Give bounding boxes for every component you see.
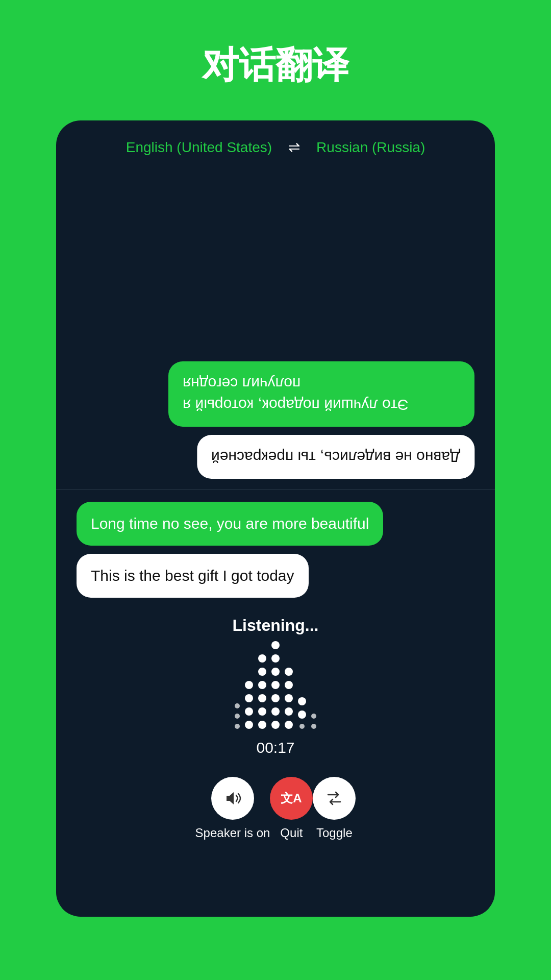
wave-dot [285,681,293,689]
quit-control: 文A Quit [270,777,313,840]
wave-dot [235,703,240,708]
waveform [235,647,316,729]
target-language[interactable]: Russian (Russia) [316,139,425,156]
wave-dot [245,694,253,702]
bottom-controls: Speaker is on 文A Quit [165,769,387,859]
timer: 00:17 [256,739,294,756]
message-russian-1: Это лучший подарок, который я получил се… [168,361,474,427]
wave-dot [235,714,240,719]
wave-dot [258,694,266,702]
wave-dot [298,697,306,705]
wave-dot [285,668,293,676]
quit-button[interactable]: 文A [270,777,313,820]
wave-dot [271,694,280,702]
wave-dot [271,707,280,716]
wave-col-5 [285,668,293,729]
wave-dot [271,654,280,663]
speaker-label: Speaker is on [195,826,270,840]
speaker-icon [222,788,243,808]
chat-upper: Это лучший подарок, который я получил се… [56,168,495,489]
wave-dot [245,707,253,716]
wave-dot [245,681,253,689]
quit-label: Quit [280,826,303,840]
wave-dot [311,714,316,719]
wave-dot [258,681,266,689]
wave-dot [258,707,266,716]
wave-dot [271,668,280,676]
speaker-control: Speaker is on [195,777,270,840]
wave-col-4 [271,641,280,729]
source-language[interactable]: English (United States) [126,139,272,156]
message-english-1: Long time no see, you are more beautiful [77,502,383,546]
wave-dot [299,724,305,729]
wave-dot [271,641,280,649]
wave-dot [298,710,306,719]
wave-dot [258,668,266,676]
wave-dot [285,694,293,702]
message-english-2: This is the best gift I got today [77,554,309,598]
wave-dot [285,721,293,729]
wave-dot [235,724,240,729]
chat-lower: Long time no see, you are more beautiful… [56,489,495,606]
wave-col-1 [235,703,240,729]
listening-label: Listening... [233,616,319,635]
swap-icon[interactable]: ⇌ [288,139,300,156]
wave-col-7 [311,714,316,729]
wave-dot [285,707,293,716]
translation-card: English (United States) ⇌ Russian (Russi… [56,120,495,917]
wave-dot [245,721,253,729]
language-header: English (United States) ⇌ Russian (Russi… [56,120,495,168]
toggle-control: Toggle [313,777,356,840]
wave-col-3 [258,654,266,729]
message-russian-2: Давно не виделись, ты прекрасней [197,435,474,479]
wave-dot [311,724,316,729]
wave-dot [271,681,280,689]
wave-dot [258,721,266,729]
translate-icon: 文A [281,788,302,808]
toggle-label: Toggle [316,826,353,840]
toggle-icon [324,788,344,808]
listening-section: Listening... [56,606,495,917]
page-title: 对话翻译 [202,41,349,90]
svg-text:文A: 文A [281,791,302,805]
wave-col-2 [245,681,253,729]
speaker-button[interactable] [211,777,254,820]
wave-dot [271,721,280,729]
toggle-button[interactable] [313,777,356,820]
wave-dot [258,654,266,663]
wave-col-6 [298,697,306,729]
